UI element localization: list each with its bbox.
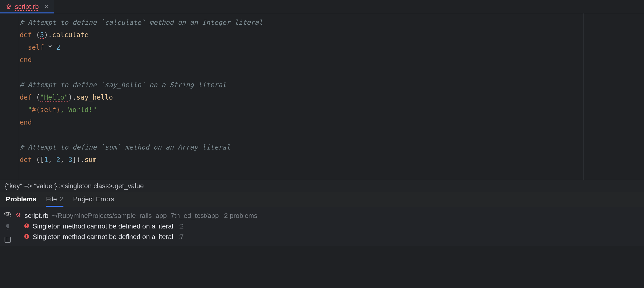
code-token: 5 [40, 31, 44, 39]
keyword-end: end [20, 118, 32, 126]
tab-problems[interactable]: Problems [6, 195, 36, 203]
problems-file-count: 2 problems [224, 212, 258, 220]
problem-message: Singleton method cannot be defined on a … [33, 233, 173, 241]
svg-rect-9 [26, 237, 27, 238]
code-token: 2 [56, 156, 60, 164]
code-token: ( [32, 93, 40, 101]
problem-item[interactable]: Singleton method cannot be defined on a … [16, 221, 644, 232]
keyword-def: def [20, 156, 32, 164]
code-token: sum [84, 156, 97, 164]
problems-file-header[interactable]: script.rb ~/RubymineProjects/sample_rail… [16, 211, 644, 221]
code-token: } [56, 106, 60, 114]
svg-rect-5 [26, 224, 27, 226]
problems-file-name: script.rb [24, 212, 48, 220]
svg-rect-6 [26, 227, 27, 228]
ruby-icon [16, 212, 21, 220]
problems-content: script.rb ~/RubymineProjects/sample_rail… [16, 207, 644, 246]
code-token: , World! [60, 106, 93, 114]
keyword-self: self [40, 106, 56, 114]
error-icon [24, 233, 29, 241]
error-icon [24, 223, 29, 230]
code-token: ]). [72, 156, 84, 164]
problem-line-ref: :2 [178, 223, 184, 230]
breadcrumb-segment: < [61, 182, 65, 190]
code-token [20, 106, 28, 114]
code-token: ( [32, 31, 40, 39]
editor-code[interactable]: # Attempt to define `calculate` method o… [18, 13, 584, 180]
editor-scrollstrip[interactable] [584, 13, 644, 180]
svg-rect-8 [26, 235, 27, 237]
code-token: * [44, 43, 56, 51]
ruby-icon [6, 4, 12, 9]
problems-panel-tabs: Problems File 2 Project Errors [0, 192, 644, 207]
code-token: 1 [44, 156, 48, 164]
problem-item[interactable]: Singleton method cannot be defined on a … [16, 232, 644, 242]
keyword-end: end [20, 56, 32, 64]
code-token: #{ [32, 106, 40, 114]
editor: # Attempt to define `calculate` method o… [0, 13, 644, 180]
code-token: 2 [56, 43, 60, 51]
tab-filename: script.rb [15, 3, 39, 10]
breadcrumb-segment: get_value [114, 182, 144, 190]
breadcrumb[interactable]: {"key" => "value"}::<singleton class>.ge… [0, 180, 644, 192]
lightbulb-icon[interactable] [5, 224, 10, 230]
code-token: , [48, 156, 56, 164]
code-line: # Attempt to define `calculate` method o… [20, 18, 263, 26]
layout-icon[interactable] [4, 237, 11, 243]
problem-message: Singleton method cannot be defined on a … [33, 223, 173, 230]
keyword-self: self [28, 43, 44, 51]
eye-icon[interactable] [4, 211, 12, 217]
svg-rect-1 [7, 229, 8, 230]
code-token: say_hello [76, 93, 113, 101]
code-token: ). [44, 31, 52, 39]
code-line: # Attempt to define `say_hello` on a Str… [20, 81, 226, 89]
code-line: # Attempt to define `sum` method on an A… [20, 143, 230, 151]
code-token: calculate [52, 31, 89, 39]
problems-file-path: ~/RubymineProjects/sample_rails_app_7th_… [52, 212, 219, 220]
editor-tab-script-rb[interactable]: script.rb × [0, 0, 54, 13]
keyword-def: def [20, 93, 32, 101]
tab-project-errors[interactable]: Project Errors [73, 192, 114, 207]
tab-file[interactable]: File 2 [46, 192, 64, 207]
code-token [20, 43, 28, 51]
breadcrumb-segment: singleton class [65, 182, 109, 190]
code-token: "Hello" [40, 93, 68, 101]
code-token: 3 [68, 156, 72, 164]
code-token: ([ [32, 156, 44, 164]
code-token: " [92, 106, 96, 114]
keyword-def: def [20, 31, 32, 39]
breadcrumb-segment: {"key" => "value"}:: [5, 182, 61, 190]
close-icon[interactable]: × [45, 3, 48, 10]
tab-file-count: 2 [60, 195, 64, 203]
code-token: " [28, 106, 32, 114]
svg-rect-2 [5, 237, 10, 242]
tab-bar: script.rb × [0, 0, 644, 13]
svg-point-0 [7, 213, 9, 215]
code-token: ). [68, 93, 76, 101]
problem-line-ref: :7 [178, 233, 184, 241]
editor-gutter [0, 13, 18, 180]
breadcrumb-segment: >. [109, 182, 114, 190]
tab-file-label: File [46, 195, 57, 203]
code-token: , [60, 156, 68, 164]
problems-gutter [0, 207, 16, 246]
problems-panel: script.rb ~/RubymineProjects/sample_rail… [0, 207, 644, 246]
